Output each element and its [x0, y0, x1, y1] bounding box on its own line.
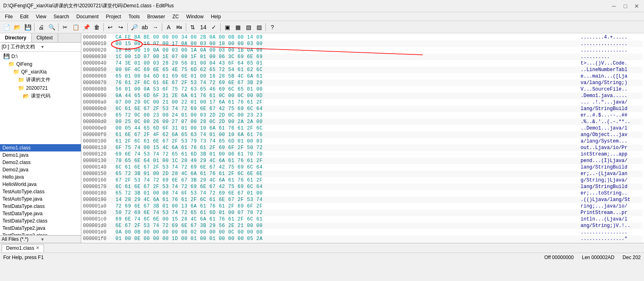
hex-row[interactable]: 00000130 70 65 6E 64 01 00 1C 28 49 29 4…: [83, 158, 642, 164]
replace-button[interactable]: ab: [140, 22, 150, 32]
hex-row[interactable]: 00000110 6F 75 74 00 15 4C 6A 61 76 61 2…: [83, 145, 642, 151]
hex-row[interactable]: 00000190 14 28 29 4C 6A 61 76 61 2F 6C 6…: [83, 197, 642, 203]
hex-row[interactable]: 000001d0 6E 67 2F 53 74 72 69 6E 67 3B 2…: [83, 223, 642, 229]
hex-row[interactable]: 000000b0 6C 61 6E 67 2F 53 74 72 69 6E 6…: [83, 106, 642, 112]
tree-item[interactable]: 📁QiFeng: [0, 60, 81, 68]
tab-directory[interactable]: Directory: [0, 33, 32, 42]
maximize-button[interactable]: □: [621, 2, 629, 10]
list-item[interactable]: TestDataType2.java: [0, 225, 81, 232]
list-item[interactable]: Demo1.java: [0, 151, 81, 159]
minimize-button[interactable]: ─: [610, 2, 618, 10]
goto-button[interactable]: →: [150, 22, 160, 32]
hex-row[interactable]: 00000030 1C 00 1D 07 00 1E 07 00 1F 01 0…: [83, 54, 642, 60]
hex-row[interactable]: 00000140 6C 61 6E 67 2F 53 74 72 69 6E 6…: [83, 164, 642, 171]
tab-cliptext[interactable]: Cliptext: [32, 33, 58, 42]
list-item[interactable]: TestDataType.class: [0, 203, 81, 210]
hex-row[interactable]: 00000020 18 08 00 19 0A 00 03 00 1A 0A 0…: [83, 47, 642, 54]
hex-row[interactable]: 00000040 74 3E 01 00 03 28 29 56 01 00 0…: [83, 60, 642, 67]
dir-dropdown[interactable]: [D:] 工作的文档 ▼: [0, 43, 81, 52]
tree-item[interactable]: 📁讲课的文件: [0, 76, 81, 84]
list-item[interactable]: Demo1.class: [0, 144, 81, 151]
menu-item-window[interactable]: Window: [183, 13, 207, 20]
file-filter[interactable]: All Files (*.*) ▼: [0, 235, 81, 243]
hex-row[interactable]: 00000050 00 0F 4C 69 6E 65 4E 75 6D 62 6…: [83, 67, 642, 73]
hex-row[interactable]: 000001a0 72 69 6E 67 3B 01 00 13 6A 61 7…: [83, 203, 642, 210]
list-item[interactable]: TestAutoType.class: [0, 188, 81, 195]
hex-row[interactable]: 000001b0 50 72 69 6E 74 53 74 72 65 61 6…: [83, 210, 642, 216]
menu-item-edit[interactable]: Edit: [17, 13, 32, 20]
bottom-tab[interactable]: Demo1.class✕: [2, 244, 44, 252]
new-button[interactable]: 📄: [2, 22, 11, 32]
paste-button[interactable]: 📌: [81, 22, 91, 32]
tree-item[interactable]: 📁20200721: [0, 84, 81, 92]
hex-row[interactable]: 00000150 65 72 3B 01 00 2D 28 4C 6A 61 7…: [83, 171, 642, 177]
list-item[interactable]: HelloWorld.java: [0, 181, 81, 188]
check-button[interactable]: ✓: [209, 22, 219, 32]
menu-item-file[interactable]: File: [2, 13, 16, 20]
hex-row[interactable]: 00000060 65 01 00 04 6D 61 69 6E 01 00 1…: [83, 73, 642, 80]
delete-button[interactable]: 🗑: [92, 22, 102, 32]
undo-button[interactable]: ↩: [105, 22, 115, 32]
hex-row[interactable]: 00000160 67 2F 53 74 72 69 6E 67 3B 29 4…: [83, 177, 642, 184]
hex-row[interactable]: 00000170 6C 61 6E 67 2F 53 74 72 69 6E 6…: [83, 184, 642, 190]
hex-row[interactable]: 000000c0 65 72 0C 00 23 00 24 01 00 03 2…: [83, 112, 642, 119]
hex-row[interactable]: 00000120 69 6E 74 53 74 72 65 61 6D 3B 0…: [83, 151, 642, 158]
tab-close-icon[interactable]: ✕: [36, 245, 39, 251]
view3-button[interactable]: ▧: [244, 22, 253, 32]
hex-row[interactable]: 00000080 56 01 00 0A 53 6F 75 72 63 65 4…: [83, 86, 642, 93]
close-button[interactable]: ✕: [633, 2, 641, 10]
menu-item-zc[interactable]: ZC: [169, 13, 182, 20]
help-button[interactable]: ?: [268, 22, 277, 32]
tree-item[interactable]: 💾D:\: [0, 52, 81, 60]
open-button[interactable]: 📂: [12, 22, 22, 32]
hex-ascii: ..........: [577, 54, 642, 60]
menu-item-view[interactable]: View: [33, 13, 50, 20]
menu-item-help[interactable]: Help: [208, 13, 224, 20]
hex-row[interactable]: 00000010 00 15 00 16 07 00 17 0A 00 03 0…: [83, 41, 642, 47]
find-button[interactable]: 🔎: [129, 22, 139, 32]
print-button[interactable]: 🖨: [36, 22, 46, 32]
copy-button[interactable]: 📋: [71, 22, 80, 32]
print-preview-button[interactable]: 🔍: [47, 22, 57, 32]
list-item[interactable]: Hello.java: [0, 173, 81, 181]
hex-row[interactable]: 000001f0 01 00 0E 00 00 00 1D 00 01 00 0…: [83, 236, 642, 242]
spell-button[interactable]: A: [164, 22, 174, 32]
hex-button[interactable]: Hx: [174, 22, 184, 32]
hex-row[interactable]: 00000100 61 2F 6C 61 6E 67 2F 53 79 73 7…: [83, 138, 642, 145]
hex-row[interactable]: 000001c0 69 6E 74 6C 6E 00 15 28 4C 6A 6…: [83, 216, 642, 223]
list-item[interactable]: TestDataType.java: [0, 210, 81, 217]
menu-item-project[interactable]: Project: [103, 13, 124, 20]
cut-button[interactable]: ✂: [60, 22, 70, 32]
save-button[interactable]: 💾: [23, 22, 33, 32]
menu-item-document[interactable]: Document: [73, 13, 102, 20]
sort-button[interactable]: ⇅: [188, 22, 198, 32]
view2-button[interactable]: ▦: [233, 22, 243, 32]
view4-button[interactable]: ▨: [254, 22, 264, 32]
view1-button[interactable]: ▣: [222, 22, 232, 32]
hex-row[interactable]: 000000e0 00 05 44 65 6D 6F 31 01 00 10 6…: [83, 125, 642, 132]
hex-row[interactable]: 000000d0 00 25 0C 00 26 00 27 07 00 28 0…: [83, 119, 642, 125]
list-item[interactable]: Demo2.class: [0, 159, 81, 166]
tree-item[interactable]: 📁QF_xianXia: [0, 68, 81, 76]
hex-row[interactable]: 000001e0 0A 00 0B 00 00 00 00 00 02 00 0…: [83, 229, 642, 236]
list-item[interactable]: TestAutoType.java: [0, 195, 81, 203]
hex-row[interactable]: 000000f0 61 6E 67 2F 4F 62 6A 65 63 74 0…: [83, 132, 642, 138]
menu-item-browser[interactable]: Browser: [144, 13, 168, 20]
left-panel: Directory Cliptext [D:] 工作的文档 ▼ 💾D:\📁QiF…: [0, 33, 81, 243]
list-item[interactable]: TestDataType3.class: [0, 232, 81, 235]
list-item[interactable]: Demo2.java: [0, 166, 81, 173]
hex-row[interactable]: 00000070 76 61 2F 6C 61 6E 67 2F 53 74 7…: [83, 80, 642, 86]
list-item[interactable]: TestDataType2.class: [0, 217, 81, 225]
hex-row[interactable]: 00000090 0A 44 65 6D 6F 31 2E 6A 61 76 6…: [83, 93, 642, 99]
menu-item-search[interactable]: Search: [50, 13, 72, 20]
redo-button[interactable]: ↪: [116, 22, 126, 32]
file-list[interactable]: Demo1.classDemo1.javaDemo2.classDemo2.ja…: [0, 144, 81, 235]
hex-row[interactable]: 00000000 CA FE BA BE 00 00 00 34 00 2B 0…: [83, 34, 642, 41]
dir-tree[interactable]: 💾D:\📁QiFeng📁QF_xianXia📁讲课的文件📁20200721📂课堂…: [0, 52, 81, 144]
tree-item[interactable]: 📂课堂代码: [0, 92, 81, 100]
hex-row[interactable]: 000000a0 07 00 20 0C 00 21 00 22 01 00 1…: [83, 99, 642, 106]
hex-row[interactable]: 00000180 65 72 3B 01 00 08 74 6F 53 74 7…: [83, 190, 642, 197]
hex-area[interactable]: 00000000 CA FE BA BE 00 00 00 34 00 2B 0…: [81, 33, 644, 243]
numbers-button[interactable]: 14: [198, 22, 208, 32]
menu-item-tools[interactable]: Tools: [125, 13, 143, 20]
